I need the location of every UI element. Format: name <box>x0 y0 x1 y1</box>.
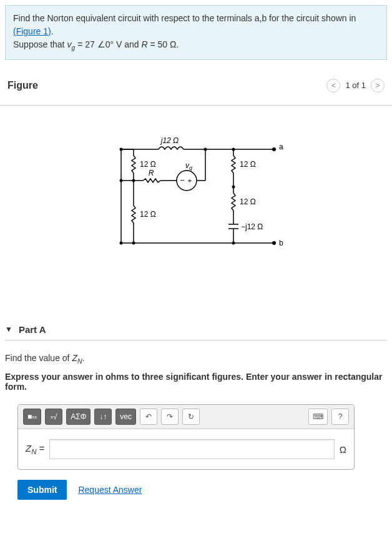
keyboard-button[interactable]: ⌨ <box>308 409 328 425</box>
help-button[interactable]: ? <box>331 409 349 425</box>
root-button[interactable]: x√ <box>45 409 62 425</box>
svg-point-45 <box>120 147 123 151</box>
greek-button[interactable]: ΑΣΦ <box>66 409 91 425</box>
figure-next-button[interactable]: > <box>371 79 385 92</box>
submit-button[interactable]: Submit <box>17 480 67 500</box>
redo-button[interactable]: ↷ <box>161 409 179 425</box>
svg-point-41 <box>272 147 276 151</box>
input-label: ZN = <box>26 443 44 455</box>
reset-button[interactable]: ↻ <box>182 409 200 425</box>
part-a-section: ▼ Part A Find the value of ZN. Express y… <box>5 324 387 500</box>
figure-prev-button[interactable]: < <box>326 79 340 92</box>
svg-text:12 Ω: 12 Ω <box>140 210 156 219</box>
undo-button[interactable]: ↶ <box>140 409 157 425</box>
svg-point-46 <box>120 179 123 182</box>
svg-text:12 Ω: 12 Ω <box>240 160 256 169</box>
svg-text:a: a <box>279 142 283 151</box>
svg-text:b: b <box>279 239 283 247</box>
answer-input[interactable] <box>49 439 335 459</box>
svg-point-40 <box>232 241 235 244</box>
svg-text:12 Ω: 12 Ω <box>240 197 256 206</box>
subsup-button[interactable]: ↓↑ <box>94 409 112 425</box>
instruction-text: Express your answer in ohms to three sig… <box>5 372 387 392</box>
templates-button[interactable]: ■xx <box>23 409 41 425</box>
svg-text:vg: vg <box>185 161 192 171</box>
caret-down-icon: ▼ <box>5 325 12 334</box>
figure-count: 1 of 1 <box>345 81 366 90</box>
part-header[interactable]: ▼ Part A <box>5 324 387 340</box>
svg-point-48 <box>132 241 135 244</box>
problem-intro: Find the Norton equivalent circuit with … <box>13 13 356 23</box>
vec-button[interactable]: vec <box>115 409 136 425</box>
svg-point-24 <box>204 147 207 151</box>
part-title: Part A <box>19 324 46 335</box>
svg-text:R: R <box>149 169 154 177</box>
equation-toolbar: ■xx x√ ΑΣΦ ↓↑ vec ↶ ↷ ↻ ⌨ ? <box>18 405 354 429</box>
figure-section: Figure < 1 of 1 > <box>0 79 392 106</box>
figure-link[interactable]: (Figure 1) <box>13 26 51 36</box>
circuit-diagram: j12 Ω 12 Ω R 12 Ω + − vg <box>0 112 392 299</box>
figure-title: Figure <box>7 80 38 91</box>
figure-nav: < 1 of 1 > <box>326 79 385 92</box>
unit-label: Ω <box>340 444 346 455</box>
svg-point-28 <box>232 147 235 151</box>
svg-point-47 <box>120 241 123 244</box>
svg-text:12 Ω: 12 Ω <box>140 160 156 169</box>
svg-point-43 <box>272 241 276 245</box>
problem-statement: Find the Norton equivalent circuit with … <box>5 5 387 60</box>
svg-text:−j12 Ω: −j12 Ω <box>241 222 263 231</box>
svg-text:−: − <box>180 176 185 185</box>
svg-text:j12 Ω: j12 Ω <box>160 137 179 145</box>
request-answer-link[interactable]: Request Answer <box>78 485 142 495</box>
question-text: Find the value of ZN. <box>5 353 387 365</box>
answer-box: ■xx x√ ΑΣΦ ↓↑ vec ↶ ↷ ↻ ⌨ ? ZN = Ω <box>17 404 355 470</box>
svg-text:+: + <box>188 177 192 184</box>
